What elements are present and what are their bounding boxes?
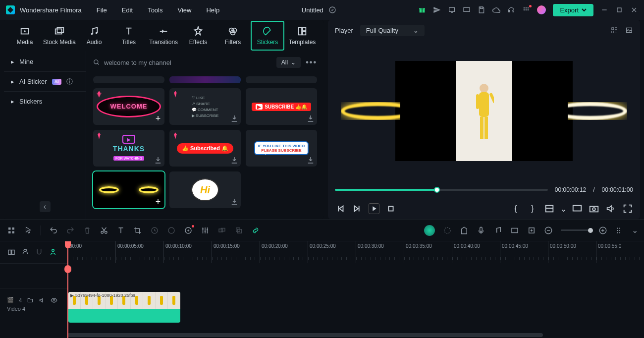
collapse-sidebar-button[interactable]: ‹ <box>40 201 51 212</box>
sticker-card-please-subscribe[interactable]: IF YOU LIKE THIS VIDEOPLEASE SUBSCRIBE <box>246 130 317 167</box>
adjust-icon[interactable] <box>201 226 210 235</box>
zoom-in-icon[interactable] <box>598 226 607 235</box>
record-icon[interactable] <box>510 226 519 235</box>
marker-icon[interactable] <box>460 226 469 235</box>
cut-icon[interactable] <box>100 226 108 235</box>
ai-enhance-icon[interactable] <box>184 226 193 235</box>
video-clip[interactable]: ▶53769494-fo-1080-1920 25fps <box>68 292 180 323</box>
display-icon[interactable] <box>572 203 583 214</box>
tab-effects[interactable]: Effects <box>181 21 215 51</box>
cloud-icon[interactable] <box>492 6 500 14</box>
keyframe-icon[interactable] <box>527 226 536 235</box>
tl-magnet-icon[interactable] <box>35 248 44 257</box>
render-icon[interactable] <box>443 226 452 235</box>
menu-help[interactable]: Help <box>206 6 219 14</box>
track-header[interactable]: 🎬4 Video 4 <box>0 288 67 320</box>
menu-view[interactable]: View <box>177 6 191 14</box>
save-icon[interactable] <box>478 6 485 14</box>
timeline-tracks[interactable]: ▶53769494-fo-1080-1920 25fps <box>67 263 644 338</box>
download-icon[interactable] <box>306 114 315 123</box>
crop-icon[interactable] <box>133 226 142 235</box>
chevron-down-icon[interactable]: ⌄ <box>561 203 566 214</box>
more-options-icon[interactable]: ••• <box>306 58 317 67</box>
device-icon[interactable] <box>448 6 456 14</box>
cursor-icon[interactable] <box>24 226 33 235</box>
tab-titles[interactable]: Titles <box>112 21 146 51</box>
sidebar-item-ai-sticker[interactable]: ▸AI StickerAIⓘ <box>4 71 86 91</box>
add-icon[interactable]: + <box>154 197 162 206</box>
tab-audio[interactable]: Audio <box>77 21 111 51</box>
export-button[interactable]: Export <box>553 4 593 16</box>
tab-templates[interactable]: Templates <box>285 21 319 51</box>
menu-edit[interactable]: Edit <box>122 6 133 14</box>
scrub-bar[interactable] <box>335 189 548 191</box>
stop-button[interactable] <box>385 203 396 214</box>
tab-filters[interactable]: Filters <box>216 21 250 51</box>
close-icon[interactable] <box>630 6 638 14</box>
audio-mix-icon[interactable] <box>493 226 502 235</box>
mark-in-icon[interactable]: { <box>510 203 521 214</box>
tab-media[interactable]: Media <box>8 21 42 51</box>
layout-dropdown[interactable] <box>544 203 555 214</box>
download-icon[interactable] <box>230 197 239 206</box>
link-icon[interactable] <box>251 226 260 235</box>
menu-file[interactable]: File <box>97 6 107 14</box>
playhead[interactable] <box>67 241 68 338</box>
tl-view1-icon[interactable] <box>7 248 16 257</box>
sticker-card-hi[interactable]: Hi <box>169 171 241 208</box>
sidebar-item-mine[interactable]: ▸Mine <box>4 52 86 71</box>
delete-icon[interactable] <box>83 226 92 235</box>
text-icon[interactable] <box>116 226 125 235</box>
tl-auto-icon[interactable] <box>49 248 57 257</box>
download-icon[interactable] <box>230 114 239 123</box>
mark-out-icon[interactable]: } <box>527 203 538 214</box>
tl-view2-icon[interactable] <box>21 248 30 257</box>
quality-dropdown[interactable]: Full Quality⌄ <box>360 25 425 36</box>
tl-layout-icon[interactable] <box>7 226 16 235</box>
download-icon[interactable] <box>154 156 162 165</box>
sticker-card[interactable] <box>246 76 317 83</box>
image-view-icon[interactable] <box>625 26 633 34</box>
tab-stock-media[interactable]: Stock Media <box>43 21 76 51</box>
timeline-ruler[interactable]: 00:00 00:00:05:00 00:00:10:00 00:00:15:0… <box>67 241 644 263</box>
project-title[interactable]: Untitled <box>302 6 323 14</box>
mute-icon[interactable] <box>39 297 46 304</box>
snapshot-icon[interactable] <box>589 203 599 214</box>
redo-icon[interactable] <box>66 226 75 235</box>
screen-icon[interactable] <box>463 6 471 14</box>
add-icon[interactable]: + <box>154 114 162 123</box>
apps-icon[interactable] <box>522 6 530 14</box>
sticker-card[interactable] <box>169 76 241 83</box>
grid-view-icon[interactable] <box>610 26 618 34</box>
horizontal-scrollbar[interactable] <box>67 333 644 337</box>
cloud-sync-icon[interactable] <box>328 6 336 14</box>
ai-assistant-icon[interactable] <box>424 225 435 236</box>
sticker-card-thanks[interactable]: ▶THANKSFOR WATCHING <box>93 130 164 167</box>
speed-icon[interactable] <box>150 226 159 235</box>
folder-icon[interactable] <box>27 297 34 304</box>
sticker-card-subscribe[interactable]: ▶SUBSCRIBE 👍🔔 <box>246 88 317 125</box>
sticker-card-halo[interactable]: + <box>93 171 164 208</box>
color-icon[interactable] <box>167 226 176 235</box>
duplicate-icon[interactable] <box>234 226 243 235</box>
download-icon[interactable] <box>306 156 315 165</box>
sticker-card-welcome[interactable]: WELCOME + <box>93 88 164 125</box>
maximize-icon[interactable] <box>615 6 623 14</box>
visibility-icon[interactable] <box>51 297 57 304</box>
download-icon[interactable] <box>230 156 239 165</box>
play-button[interactable] <box>369 203 379 214</box>
search-input[interactable]: welcome to my channel <box>93 59 271 66</box>
fullscreen-icon[interactable] <box>622 203 633 214</box>
track-options-icon[interactable] <box>615 226 624 235</box>
gift-icon[interactable] <box>418 6 426 14</box>
preview-canvas[interactable] <box>328 41 640 181</box>
chevron-down-icon[interactable]: ⌄ <box>632 226 637 235</box>
mic-icon[interactable] <box>477 226 485 235</box>
sticker-card-social[interactable]: ♡ LIKE ↗ SHARE 💬 COMMENT ▶ SUBSCRIBE <box>169 88 241 125</box>
sticker-card[interactable] <box>93 76 164 83</box>
minimize-icon[interactable] <box>600 6 608 14</box>
user-avatar[interactable] <box>537 5 546 14</box>
tab-stickers[interactable]: Stickers <box>251 21 284 51</box>
group-icon[interactable] <box>217 226 226 235</box>
menu-tools[interactable]: Tools <box>148 6 162 14</box>
